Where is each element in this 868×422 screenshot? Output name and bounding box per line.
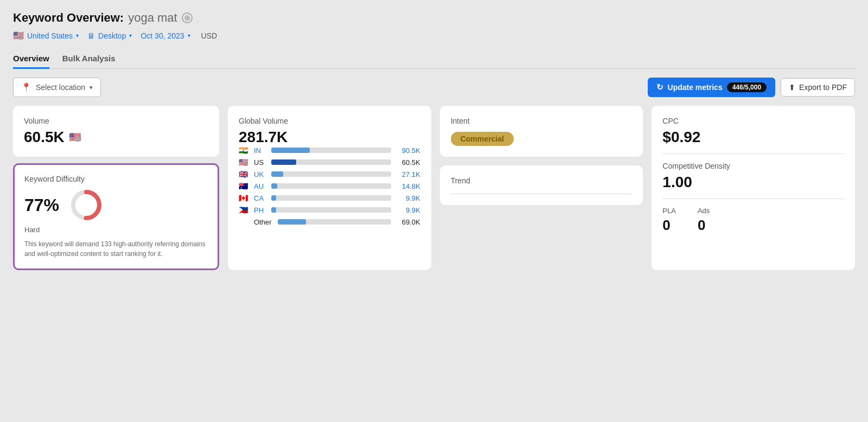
kd-label: Keyword Difficulty — [24, 175, 208, 183]
page-title-bar: Keyword Overview: yoga mat ⊕ — [13, 11, 855, 25]
country-flag-in: 🇮🇳 — [239, 146, 250, 155]
country-code-in: IN — [254, 146, 267, 155]
select-location-label: Select location — [36, 83, 85, 92]
volume-flag: 🇺🇸 — [69, 131, 81, 143]
country-vol-uk: 27.1K — [395, 170, 420, 178]
list-item: 🇬🇧 UK 27.1K — [239, 170, 420, 178]
pla-ads-section: PLA 0 Ads 0 — [662, 207, 844, 234]
kd-level: Hard — [24, 226, 208, 234]
trend-label: Trend — [451, 176, 633, 185]
intent-label: Intent — [451, 117, 633, 125]
export-icon: ⬆ — [789, 83, 795, 92]
device-chevron: ▾ — [129, 33, 132, 39]
global-volume-label: Global Volume — [239, 117, 420, 125]
country-flag-uk: 🇬🇧 — [239, 170, 250, 178]
cpc-label: CPC — [662, 117, 844, 125]
country-code-uk: UK — [254, 170, 267, 178]
country-label: United States — [27, 31, 73, 40]
device-icon: 🖥 — [87, 31, 95, 40]
country-bars: 🇮🇳 IN 90.5K 🇺🇸 US 60.5K 🇬🇧 UK 27.1K — [239, 146, 420, 226]
date-label: Oct 30, 2023 — [141, 31, 184, 40]
country-code-ca: CA — [254, 194, 267, 202]
bar-fill — [278, 219, 306, 225]
volume-value: 60.5K 🇺🇸 — [24, 129, 208, 146]
list-item: 🇨🇦 CA 9.9K — [239, 194, 420, 202]
pla-value: 0 — [662, 217, 676, 234]
currency-label: USD — [201, 31, 218, 40]
date-filter[interactable]: Oct 30, 2023 ▾ — [141, 31, 190, 40]
list-item: 🇵🇭 PH 9.9K — [239, 206, 420, 214]
global-volume-value: 281.7K — [239, 129, 420, 146]
usage-badge: 446/5,000 — [727, 82, 767, 92]
svg-point-2 — [78, 196, 95, 214]
refresh-icon: ↻ — [656, 82, 663, 92]
kd-card: Keyword Difficulty 77% Hard This keyword… — [13, 163, 219, 270]
keyword-name: yoga mat — [128, 11, 177, 25]
location-icon: 📍 — [21, 82, 31, 92]
country-code-other: Other — [254, 218, 273, 226]
bar-bg — [271, 183, 391, 189]
country-vol-us: 60.5K — [395, 158, 420, 167]
list-item: 🇮🇳 IN 90.5K — [239, 146, 420, 155]
select-location-button[interactable]: 📍 Select location ▾ — [13, 78, 101, 97]
pla-item: PLA 0 — [662, 207, 676, 234]
bar-fill — [271, 207, 276, 213]
location-chevron: ▾ — [90, 84, 93, 91]
ads-item: Ads 0 — [698, 207, 710, 234]
bar-fill — [271, 183, 277, 189]
cpc-value: $0.92 — [662, 129, 844, 146]
volume-card: Volume 60.5K 🇺🇸 — [13, 106, 219, 157]
density-value: 1.00 — [662, 174, 844, 191]
country-code-au: AU — [254, 182, 267, 190]
tabs-bar: Overview Bulk Analysis — [13, 49, 855, 69]
country-code-us: US — [254, 158, 267, 167]
page-header: Keyword Overview: yoga mat ⊕ 🇺🇸 United S… — [13, 11, 855, 41]
export-button[interactable]: ⬆ Export to PDF — [781, 78, 855, 97]
cpc-section: CPC $0.92 — [662, 117, 844, 154]
bar-bg — [271, 195, 391, 201]
country-code-ph: PH — [254, 206, 267, 214]
country-flag-ph: 🇵🇭 — [239, 206, 250, 214]
global-volume-card: Global Volume 281.7K 🇮🇳 IN 90.5K 🇺🇸 US 6… — [228, 106, 431, 270]
toolbar: 📍 Select location ▾ ↻ Update metrics 446… — [13, 78, 855, 97]
bar-bg — [271, 171, 391, 177]
metrics-card: CPC $0.92 Competitive Density 1.00 PLA 0… — [652, 106, 855, 270]
add-keyword-icon[interactable]: ⊕ — [182, 12, 193, 23]
export-label: Export to PDF — [799, 83, 847, 92]
pla-ads-row: PLA 0 Ads 0 — [662, 207, 844, 234]
intent-card: Intent Commercial — [440, 106, 643, 157]
bar-bg — [271, 148, 391, 153]
bar-bg — [278, 219, 391, 225]
tab-bulk-analysis[interactable]: Bulk Analysis — [62, 49, 116, 69]
list-item: 🇦🇺 AU 14.8K — [239, 182, 420, 190]
pla-label: PLA — [662, 207, 676, 215]
density-label: Competitive Density — [662, 162, 844, 170]
country-flag: 🇺🇸 — [13, 30, 24, 41]
mid-right-col: Intent Commercial Trend — [440, 106, 643, 270]
bar-fill — [271, 159, 296, 165]
bar-fill — [271, 195, 276, 201]
trend-chart — [451, 188, 633, 194]
country-filter[interactable]: 🇺🇸 United States ▾ — [13, 30, 79, 41]
ads-value: 0 — [698, 217, 710, 234]
country-vol-ph: 9.9K — [395, 206, 420, 214]
list-item: 🏳 Other 69.0K — [239, 218, 420, 226]
country-flag-us: 🇺🇸 — [239, 158, 250, 167]
device-filter[interactable]: 🖥 Desktop ▾ — [87, 31, 132, 40]
update-metrics-button[interactable]: ↻ Update metrics 446/5,000 — [648, 78, 776, 97]
country-vol-ca: 9.9K — [395, 194, 420, 202]
kd-percent: 77% — [24, 195, 59, 215]
kd-donut — [69, 188, 104, 222]
country-vol-other: 69.0K — [395, 218, 420, 226]
country-flag-au: 🇦🇺 — [239, 182, 250, 190]
bar-fill — [271, 148, 310, 153]
tab-overview[interactable]: Overview — [13, 49, 49, 69]
left-column: Volume 60.5K 🇺🇸 Keyword Difficulty 77% — [13, 106, 219, 270]
ads-label: Ads — [698, 207, 710, 215]
cards-grid: Volume 60.5K 🇺🇸 Keyword Difficulty 77% — [13, 106, 855, 270]
country-vol-in: 90.5K — [395, 146, 420, 155]
date-chevron: ▾ — [188, 33, 190, 39]
bar-bg — [271, 159, 391, 165]
bar-fill — [271, 171, 283, 177]
density-section: Competitive Density 1.00 — [662, 162, 844, 199]
